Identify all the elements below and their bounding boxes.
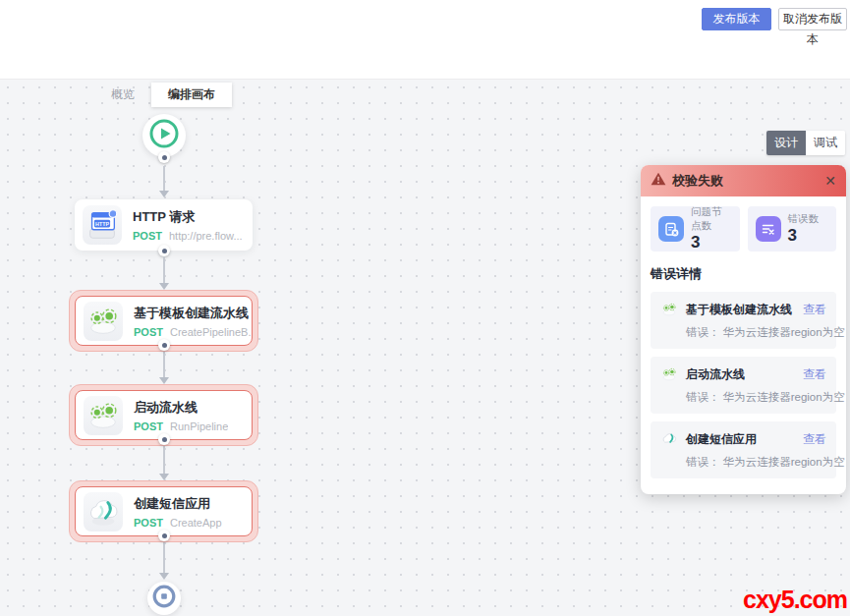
connector-dot[interactable]: [158, 151, 170, 163]
error-item-message: 错误： 华为云连接器region为空: [686, 325, 826, 340]
node-title: 创建短信应用: [134, 495, 222, 513]
error-panel-title: 校验失败: [672, 172, 824, 190]
tab-overview[interactable]: 概览: [94, 83, 151, 107]
problem-nodes-icon: [658, 216, 684, 242]
stat-problem-nodes: 问题节点数 3: [651, 206, 740, 252]
debug-mode-button[interactable]: 调试: [806, 131, 845, 155]
error-item-message: 错误： 华为云连接器region为空: [686, 455, 826, 470]
error-item-run-pipeline: 启动流水线 查看 错误： 华为云连接器region为空: [651, 357, 836, 414]
view-link[interactable]: 查看: [803, 431, 826, 448]
arrow-down-icon: [159, 573, 169, 580]
tab-orchestration-canvas[interactable]: 编排画布: [151, 83, 232, 107]
warning-icon: [651, 172, 666, 190]
svg-text:HTTP: HTTP: [95, 221, 109, 227]
close-icon[interactable]: ✕: [824, 174, 836, 188]
node-title: 启动流水线: [134, 399, 228, 417]
node-subtitle: POSTCreateApp: [134, 517, 222, 529]
error-item-title: 启动流水线: [686, 366, 803, 383]
publish-version-button[interactable]: 发布版本: [702, 8, 771, 30]
connector-dot[interactable]: [158, 530, 170, 541]
page-header: 发布版本 取消发布版本: [0, 0, 850, 80]
flow-edge: [163, 166, 165, 191]
cancel-publish-version-button[interactable]: 取消发布版本: [778, 8, 847, 30]
error-item-title: 创建短信应用: [686, 431, 803, 448]
pipeline-icon: [84, 396, 123, 435]
flow-edge: [163, 256, 165, 283]
arrow-down-icon: [159, 474, 169, 480]
error-item-create-pipeline: 基于模板创建流水线 查看 错误： 华为云连接器region为空: [651, 292, 836, 349]
stat-value: 3: [691, 233, 732, 252]
stat-label: 问题节点数: [691, 205, 732, 233]
node-subtitle: POSThttp://pre.flow...: [133, 230, 243, 242]
stat-value: 3: [788, 226, 820, 246]
node-title: 基于模板创建流水线: [134, 305, 252, 322]
node-subtitle: POSTCreatePipelineB...: [134, 326, 252, 338]
node-title: HTTP 请求: [133, 208, 243, 226]
arrow-down-icon: [159, 191, 169, 197]
sms-icon: [660, 430, 678, 448]
mode-toggle: 设计 调试: [766, 131, 845, 155]
view-link[interactable]: 查看: [803, 366, 826, 383]
http-icon: HTTP: [83, 205, 122, 245]
error-item-message: 错误： 华为云连接器region为空: [686, 390, 826, 405]
arrow-down-icon: [159, 283, 169, 290]
error-details-heading: 错误详情: [651, 265, 836, 283]
validation-error-panel: 校验失败 ✕ 问题节点数 3: [641, 165, 846, 494]
flow-canvas[interactable]: 概览 编排画布 设计 调试 HTTP HTT: [0, 80, 850, 616]
pipeline-icon: [660, 365, 678, 383]
flow-node-http-request[interactable]: HTTP HTTP 请求 POSThttp://pre.flow...: [75, 199, 253, 251]
pipeline-icon: [660, 301, 678, 318]
error-panel-header: 校验失败 ✕: [641, 165, 846, 196]
watermark: cxy5.com: [743, 586, 847, 614]
error-item-title: 基于模板创建流水线: [686, 302, 803, 318]
error-item-create-sms-app: 创建短信应用 查看 错误： 华为云连接器region为空: [651, 421, 836, 478]
flow-edge: [163, 542, 165, 573]
connector-dot[interactable]: [158, 245, 170, 256]
flow-node-end[interactable]: [147, 582, 181, 615]
error-stats: 问题节点数 3 错误数 3: [651, 206, 836, 252]
view-link[interactable]: 查看: [803, 302, 826, 318]
arrow-down-icon: [159, 377, 169, 384]
connector-dot[interactable]: [158, 339, 170, 351]
pipeline-icon: [84, 302, 123, 341]
error-count-icon: [756, 216, 781, 242]
stat-error-count: 错误数 3: [748, 206, 837, 252]
flow-edge: [163, 352, 165, 377]
stat-label: 错误数: [788, 212, 820, 226]
sms-icon: [84, 492, 123, 532]
canvas-tabstrip: 概览 编排画布: [94, 83, 232, 107]
flow-edge: [163, 446, 165, 474]
design-mode-button[interactable]: 设计: [766, 131, 806, 155]
node-subtitle: POSTRunPipeline: [134, 420, 228, 432]
connector-dot[interactable]: [158, 433, 170, 445]
play-icon: [147, 117, 181, 154]
stop-icon: [150, 583, 178, 614]
